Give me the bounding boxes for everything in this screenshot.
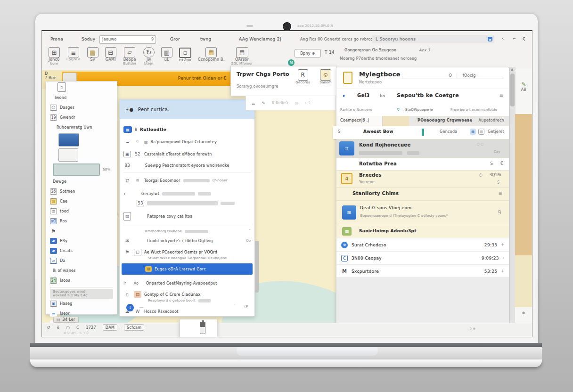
subheader-b[interactable]: Iei [380, 93, 385, 98]
menu-section-header[interactable]: Kmrhorhorg trwbeoe ˇ [120, 227, 254, 236]
signature-pen-icon[interactable]: ✎ [516, 69, 532, 88]
trash-icon[interactable]: ≣ [252, 101, 255, 106]
ribbon-group[interactable]: ⊟ GAMl [105, 47, 116, 65]
ribbon-group[interactable]: ▥ uL [161, 47, 172, 65]
blue-chip-icon[interactable]: ▤ [470, 129, 476, 135]
ribbon-group[interactable]: ◻ exZoo [179, 47, 191, 65]
menu-item[interactable]: Gror [170, 37, 180, 41]
menu-item[interactable]: ‹ Geraylwt [120, 189, 254, 198]
sidebar-item[interactable]: ▯ [46, 82, 117, 93]
edge-bottom-icon[interactable]: ✱ [515, 307, 532, 323]
menu-item[interactable]: Prona [50, 37, 63, 41]
header-link[interactable]: fOoclg [463, 74, 476, 78]
under-ribbon-chip[interactable]: D 7 Boe [45, 72, 56, 80]
tab-active[interactable]: Coempecnj6 .| [336, 116, 383, 126]
hamburger-icon[interactable]: ≡ [499, 93, 503, 98]
search-input[interactable]: L Soooryu hooons ▣ [372, 35, 494, 43]
key-icon[interactable]: ς [523, 36, 525, 41]
panel-row[interactable]: Rotwtba Prea S € [336, 158, 509, 170]
ribbon-input[interactable]: Jaouwo 9 [99, 35, 156, 44]
ribbon-group[interactable]: ▱ Beope Guttder [123, 47, 137, 65]
copy-icon[interactable]: ▥ [478, 129, 484, 135]
popup-action-2[interactable]: © Sanom [319, 69, 332, 84]
sync-icon[interactable]: ↻ [397, 107, 401, 112]
menu-item-selected[interactable]: ▥ Euges oDrA Lrarswd Gorc [122, 263, 253, 275]
menu-item[interactable]: 83 Suewpg Peactnoratort eyoora wnolrevdk… [120, 161, 254, 170]
chevron-left-icon[interactable]: ‹ [123, 191, 125, 196]
timer-arrow-icon[interactable]: › [503, 256, 504, 260]
c-icon[interactable]: C [76, 325, 79, 330]
timer-row[interactable]: M Sxcpurtdore 53:25 + [336, 264, 509, 278]
ribbon-group[interactable]: ▤ OArsor 2DL Mfomor [231, 47, 253, 65]
panel-row[interactable]: 4 Brxedes Yocreoe ◷ 3Q5% S [336, 170, 509, 187]
timer-row[interactable]: ⊕ Surat Crhedeso 29:35 + [336, 238, 509, 251]
scrollbar-thumb[interactable] [510, 74, 515, 106]
menu-item[interactable]: ▤ Retoprea covy cat ltoa [120, 212, 254, 221]
panel-row[interactable]: Stanliorty Chims ≣ [336, 187, 509, 200]
tab-inactive[interactable] [383, 116, 409, 126]
circle-icon[interactable]: ○ [66, 325, 70, 330]
sidebar-item[interactable]: ▱ Da [46, 256, 117, 266]
dropdown-scrollbar[interactable] [255, 241, 259, 293]
person-icon[interactable]: ≁ [512, 36, 516, 41]
signature-icon[interactable]: R [298, 69, 308, 81]
sidebar-item[interactable]: uG Ros [46, 216, 117, 226]
row-s[interactable]: S [490, 161, 493, 166]
panel-row[interactable]: ▦ Sanictloimp Adonlu3pt [336, 225, 509, 238]
sidebar-item[interactable]: Ruhoerwretg Uwn [46, 122, 117, 132]
info-badge[interactable]: 1 [126, 304, 134, 311]
sidebar-item[interactable]: 19 Gwendr [46, 113, 117, 122]
menu-item[interactable]: 53 [120, 198, 254, 208]
panel-row[interactable]: ≋ Deat G soos Vfoej eom Gopoenuaerope d … [336, 200, 509, 225]
sidebar-thumbnail-selected[interactable]: 50% [46, 163, 117, 177]
scfcam-button[interactable]: Scfcam [124, 324, 144, 331]
footer-caret-icon[interactable]: ˇ [234, 305, 236, 309]
menu-item[interactable]: ⇄ ≋ Toorgal Eooomoor (7-noaer [120, 176, 254, 185]
sidebar-thumbnail-white[interactable] [46, 147, 117, 163]
tabs-label[interactable]: POoaoougrg Crqwwoeae [417, 118, 473, 122]
subheader-a[interactable]: Gel3 [357, 93, 370, 98]
sidebar-item[interactable]: ▰ EBy [46, 236, 117, 246]
pen-icon[interactable]: ✎ [262, 101, 266, 106]
table-icon[interactable]: ⊞ [49, 47, 60, 57]
ribbon-group[interactable]: ▤ Sv [87, 47, 98, 65]
redo-icon[interactable]: ĕ [57, 325, 60, 330]
sidebar-item[interactable]: Ik of wanes [46, 266, 117, 276]
ribbon-group[interactable]: ↻ Jw btejn [143, 47, 155, 65]
sidebar-item[interactable]: ▣ Haseg [46, 299, 117, 309]
menu-item[interactable]: ☁ ♡ ▤ Ba'paamgrowd Orgat Crtacontey [120, 137, 254, 147]
chart-icon[interactable]: ▥ [161, 47, 172, 57]
sidebar-item[interactable]: 26 Sotmen [46, 187, 117, 196]
monitor-icon[interactable]: ◻ [179, 48, 191, 58]
sidebar-item[interactable]: ⚑ [46, 226, 117, 236]
pointer-icon[interactable]: ▸ [343, 93, 345, 98]
search-icon[interactable]: ▣ [488, 37, 492, 41]
sidebar-item[interactable]: Dewge [46, 177, 117, 187]
timer-row[interactable]: C 3N00 Ceopay 9:09:23 › [336, 251, 509, 264]
ribbon-group[interactable]: ≣ i prjre e [66, 47, 81, 65]
menu-item[interactable]: Ir Ao Onparted CeetMayring Avapoedput [120, 278, 254, 288]
actionbar-mid[interactable]: Gencoda [440, 130, 458, 134]
sidebar-item[interactable]: ▤ Cae [46, 196, 117, 206]
scroll-up-icon[interactable]: ▲ [511, 67, 513, 71]
sidebar-item[interactable]: ▰ Crcats [46, 246, 117, 256]
list-icon[interactable]: ▤ [87, 47, 98, 57]
ribbon-t14[interactable]: T 14 [325, 50, 335, 55]
menu-item[interactable]: Soduy [82, 37, 95, 41]
menu-item[interactable]: twng [200, 37, 212, 41]
stack-icon[interactable]: ▦ [205, 47, 217, 57]
ribbon-group[interactable]: ▦ Ccnopomn B. [198, 47, 225, 65]
clock-icon[interactable]: ◷ [295, 101, 299, 106]
sidebar-thumbnail-blue[interactable] [46, 132, 117, 147]
popup-action-1[interactable]: R Gecorns [295, 69, 310, 84]
sidebar-item[interactable]: 24 Isoos [46, 276, 117, 286]
green-circle-icon[interactable]: M [288, 59, 295, 66]
undo-icon[interactable]: ↺ [47, 325, 50, 330]
menu-item[interactable]: ▣ 52 Castenlalt cToarot oMboo forowtn [120, 149, 254, 159]
copyright-icon[interactable]: © [320, 69, 331, 81]
list-icon[interactable]: ≣ [499, 190, 502, 196]
refresh-icon[interactable]: ↻ [143, 47, 155, 57]
timer-arrow-icon[interactable]: + [501, 269, 504, 273]
ribbon-box-button[interactable]: Bpny ⊙ [295, 49, 321, 57]
euro-icon[interactable]: € [500, 161, 503, 166]
